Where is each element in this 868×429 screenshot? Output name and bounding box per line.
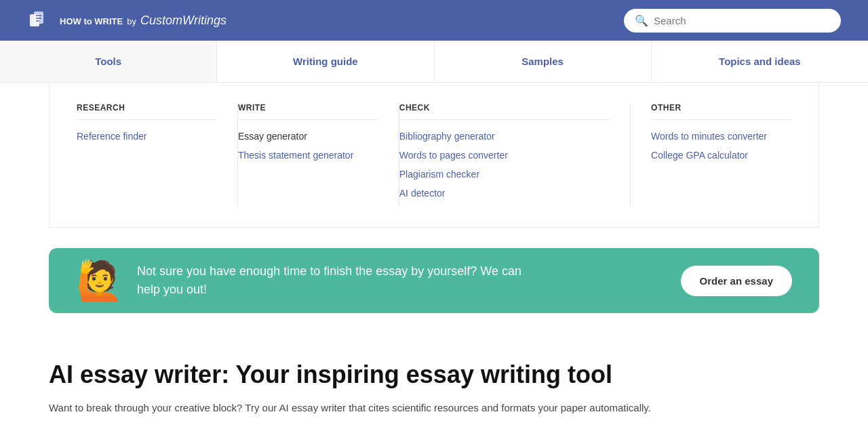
svg-rect-1 [34, 12, 43, 24]
dropdown-write: WRITE Essay generator Thesis statement g… [238, 103, 399, 207]
write-header: WRITE [238, 103, 378, 120]
words-to-pages-link[interactable]: Words to pages converter [399, 150, 610, 161]
banner-left: 🙋 Not sure you have enough time to finis… [76, 262, 530, 300]
page-description: Want to break through your creative bloc… [49, 400, 659, 416]
reference-finder-link[interactable]: Reference finder [77, 131, 217, 142]
nav-item-writing-guide[interactable]: Writing guide [217, 41, 434, 82]
nav-item-tools[interactable]: Tools [0, 41, 217, 82]
logo-icon [27, 7, 54, 34]
dropdown-check: CHECK Bibliography generator Words to pa… [399, 103, 631, 207]
search-bar[interactable]: 🔍 [624, 9, 841, 33]
logo-brand: CustomWritings [140, 14, 226, 28]
main-nav: Tools Writing guide Samples Topics and i… [0, 41, 868, 83]
college-gpa-link[interactable]: College GPA calculator [651, 150, 791, 161]
header: HOW to WRITE by CustomWritings 🔍 [0, 0, 868, 41]
banner-text: Not sure you have enough time to finish … [137, 262, 530, 299]
other-header: OTHER [651, 103, 791, 120]
promo-banner: 🙋 Not sure you have enough time to finis… [49, 248, 819, 313]
search-icon: 🔍 [635, 14, 648, 27]
main-content: AI essay writer: Your inspiring essay wr… [0, 333, 868, 429]
logo-howtowrite: HOW to WRITE [60, 16, 123, 27]
nav-item-samples[interactable]: Samples [435, 41, 652, 82]
dropdown-panel: RESEARCH Reference finder WRITE Essay ge… [49, 83, 819, 228]
search-input[interactable] [654, 15, 830, 26]
plagiarism-checker-link[interactable]: Plagiarism checker [399, 169, 610, 180]
logo-text-block: HOW to WRITE by CustomWritings [60, 14, 226, 28]
essay-generator-text: Essay generator [238, 131, 378, 142]
bibliography-generator-link[interactable]: Bibliography generator [399, 131, 610, 142]
nav-item-topics[interactable]: Topics and ideas [652, 41, 868, 82]
check-header: CHECK [399, 103, 610, 120]
logo-area: HOW to WRITE by CustomWritings [27, 7, 226, 34]
banner-emoji: 🙋 [76, 262, 123, 300]
research-header: RESEARCH [77, 103, 217, 120]
page-title: AI essay writer: Your inspiring essay wr… [49, 361, 819, 389]
order-essay-button[interactable]: Order an essay [681, 266, 792, 296]
dropdown-research: RESEARCH Reference finder [77, 103, 238, 207]
logo-by: by [127, 16, 136, 26]
dropdown-other: OTHER Words to minutes converter College… [631, 103, 791, 207]
thesis-generator-link[interactable]: Thesis statement generator [238, 150, 378, 161]
ai-detector-link[interactable]: AI detector [399, 188, 610, 199]
words-to-minutes-link[interactable]: Words to minutes converter [651, 131, 791, 142]
